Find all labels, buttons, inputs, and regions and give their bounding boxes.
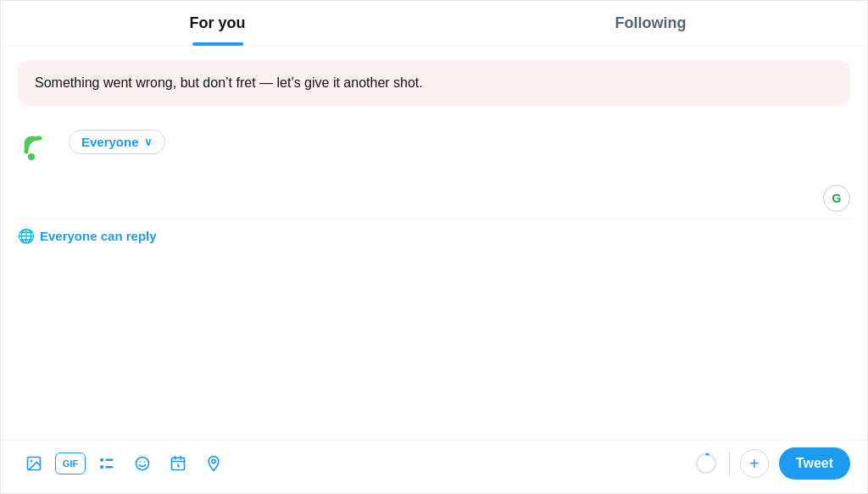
add-location-button[interactable] [198, 447, 230, 480]
compose-input-area: G [69, 161, 850, 212]
toolbar-divider [729, 452, 730, 475]
svg-point-16 [697, 454, 715, 473]
compose-right: Everyone ∨ G [69, 130, 850, 212]
tab-inactive-indicator [626, 42, 676, 46]
tweet-button[interactable]: Tweet [779, 447, 850, 480]
svg-point-1 [28, 153, 35, 160]
grammarly-icon[interactable]: G [823, 185, 850, 212]
tab-following[interactable]: Following [434, 1, 867, 46]
tab-for-you[interactable]: For you [1, 1, 434, 46]
reply-setting[interactable]: 🌐 Everyone can reply [18, 219, 850, 253]
character-count-progress [693, 451, 719, 476]
svg-point-15 [212, 459, 215, 463]
svg-point-10 [144, 462, 146, 463]
audience-selector-button[interactable]: Everyone ∨ [69, 130, 165, 154]
schedule-button[interactable] [162, 447, 194, 480]
svg-point-9 [140, 462, 142, 463]
svg-point-6 [100, 465, 103, 469]
toolbar-icons-group: GIF [18, 447, 693, 480]
add-tweet-button[interactable]: + [740, 449, 769, 478]
add-poll-button[interactable] [91, 447, 123, 480]
compose-area: Everyone ∨ G 🌐 Everyone can reply [1, 119, 867, 440]
add-gif-button[interactable]: GIF [55, 452, 86, 475]
globe-icon: 🌐 [18, 228, 35, 244]
add-emoji-button[interactable] [126, 447, 159, 480]
svg-point-8 [136, 458, 149, 470]
gif-label: GIF [63, 458, 78, 469]
svg-point-0 [18, 130, 58, 170]
tab-active-indicator [192, 42, 243, 46]
main-container: For you Following Something went wrong, … [0, 0, 868, 494]
compose-toolbar: GIF [1, 440, 867, 493]
error-banner: Something went wrong, but don’t fret — l… [18, 60, 850, 106]
compose-top-row: Everyone ∨ G [18, 130, 850, 212]
chevron-down-icon: ∨ [144, 136, 153, 148]
svg-point-4 [100, 458, 103, 462]
toolbar-right-group: + Tweet [693, 447, 850, 480]
add-media-button[interactable] [18, 447, 50, 480]
svg-rect-7 [105, 466, 113, 469]
svg-point-3 [31, 460, 33, 463]
tab-bar: For you Following [1, 1, 867, 47]
avatar [18, 130, 58, 170]
svg-rect-5 [105, 459, 113, 462]
